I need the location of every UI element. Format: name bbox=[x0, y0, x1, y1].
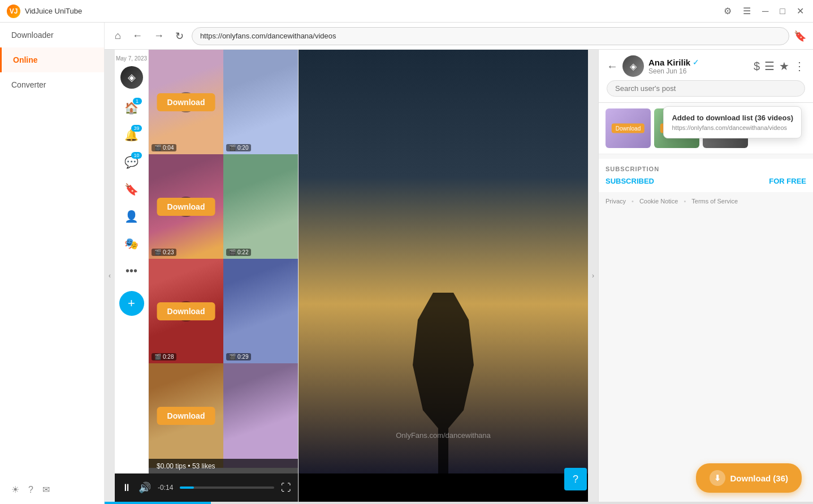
profile-row: ← ◈ Ana Kirilik ✓ Seen Jun 16 $ ☰ ★ bbox=[607, 55, 805, 77]
video-grid-area: ▶ Download 🎬0:04 bbox=[149, 50, 298, 473]
play-pause-button[interactable]: ⏸ bbox=[122, 482, 132, 494]
video-controls: ⏸ 🔊 -0:14 ⛶ bbox=[115, 473, 298, 502]
video-player-area: OnlyFans.com/dancewithana bbox=[299, 50, 588, 502]
forward-button[interactable]: → bbox=[150, 28, 167, 44]
nav-bell-icon[interactable]: 🔔 39 bbox=[119, 123, 144, 147]
minimize-button[interactable]: ─ bbox=[760, 4, 771, 19]
star-button[interactable]: ★ bbox=[779, 59, 789, 73]
nav-profile-icon[interactable]: 👤 bbox=[119, 204, 144, 229]
volume-button[interactable]: 🔊 bbox=[139, 481, 151, 494]
big-download-label: Download (36) bbox=[730, 473, 788, 483]
cookie-link[interactable]: Cookie Notice bbox=[639, 198, 678, 205]
feedback-button[interactable]: ✉ bbox=[42, 484, 50, 495]
video-grid: ▶ Download 🎬0:04 bbox=[149, 50, 298, 468]
video-cell-7[interactable]: Download bbox=[149, 363, 223, 468]
big-download-button[interactable]: ⬇ Download (36) bbox=[696, 463, 802, 493]
title-bar-left: VJ VidJuice UniTube bbox=[7, 5, 82, 18]
video-thumb-3: ▶ Download 🎬0:23 bbox=[149, 154, 223, 259]
sidebar-item-downloader[interactable]: Downloader bbox=[0, 23, 104, 47]
thumb-item-1[interactable]: Download bbox=[606, 108, 651, 148]
dot-sep-2: • bbox=[684, 198, 686, 205]
expand-arrow-right[interactable]: › bbox=[588, 50, 598, 502]
video-cell-5[interactable]: ▶ Download 🎬0:28 bbox=[149, 259, 223, 363]
nav-bookmark-icon[interactable]: 🔖 bbox=[119, 177, 144, 202]
video-thumb-5: ▶ Download 🎬0:28 bbox=[149, 259, 223, 363]
bookmark-button[interactable]: 🔖 bbox=[794, 30, 806, 42]
search-input[interactable] bbox=[607, 80, 805, 97]
more-button[interactable]: ⋮ bbox=[794, 59, 805, 73]
progress-fill bbox=[180, 486, 194, 489]
duration-badge-6: 🎬0:29 bbox=[226, 353, 251, 360]
maximize-button[interactable]: □ bbox=[777, 4, 788, 19]
sidebar-nav: Downloader Online Converter bbox=[0, 23, 104, 97]
list-button[interactable]: ☰ bbox=[764, 59, 775, 73]
browser-status-bar bbox=[105, 502, 813, 504]
title-bar-right: ⚙ ☰ ─ □ ✕ bbox=[721, 3, 806, 19]
settings-button[interactable]: ⚙ bbox=[721, 3, 734, 19]
collapse-arrow-left[interactable]: ‹ bbox=[105, 50, 115, 502]
thumb-download-button-1[interactable]: Download bbox=[612, 124, 645, 133]
url-bar[interactable] bbox=[192, 27, 789, 45]
free-label: FOR FREE bbox=[769, 177, 806, 185]
video-cell-6[interactable]: 🎬0:29 bbox=[223, 259, 298, 363]
help-button[interactable]: ? bbox=[28, 484, 33, 495]
video-thumb-4: 🎬0:22 bbox=[223, 154, 298, 259]
back-nav-button[interactable]: ← bbox=[607, 60, 618, 73]
sidebar-item-online[interactable]: Online bbox=[0, 47, 104, 72]
nav-more-icon[interactable]: ••• bbox=[119, 258, 144, 283]
video-cell-8[interactable] bbox=[223, 363, 298, 468]
nav-camera-icon[interactable]: 🎭 bbox=[119, 231, 144, 256]
back-button[interactable]: ← bbox=[129, 28, 146, 44]
app-title: VidJuice UniTube bbox=[25, 7, 82, 15]
fullscreen-button[interactable]: ⛶ bbox=[281, 482, 291, 494]
date-display: May 7, 2023 bbox=[116, 55, 147, 62]
video-cell-3[interactable]: ▶ Download 🎬0:23 bbox=[149, 154, 223, 259]
video-cell-2[interactable]: 🎬0:20 bbox=[223, 50, 298, 154]
video-cell-1[interactable]: ▶ Download 🎬0:04 bbox=[149, 50, 223, 154]
privacy-link[interactable]: Privacy bbox=[606, 198, 626, 205]
sidebar-item-converter[interactable]: Converter bbox=[0, 72, 104, 97]
duration-badge-5: 🎬0:28 bbox=[152, 353, 176, 360]
add-button[interactable]: + bbox=[119, 291, 144, 316]
download-button-3[interactable]: Download bbox=[157, 198, 215, 216]
download-icon-circle: ⬇ bbox=[710, 470, 725, 486]
of-content-row: May 7, 2023 ◈ 🏠 1 🔔 39 bbox=[115, 50, 298, 473]
duration-badge-3: 🎬0:23 bbox=[152, 249, 176, 256]
seen-text: Seen Jun 16 bbox=[648, 67, 699, 75]
theme-button[interactable]: ☀ bbox=[11, 484, 19, 495]
desc-section: SUBSCRIPTION SUBSCRIBED FOR FREE bbox=[599, 159, 813, 192]
of-right-panel: Added to download list (36 videos) https… bbox=[598, 50, 813, 502]
download-button-7[interactable]: Download bbox=[157, 407, 215, 425]
progress-bar[interactable] bbox=[180, 486, 274, 489]
user-avatar: ◈ bbox=[120, 66, 143, 89]
close-button[interactable]: ✕ bbox=[794, 3, 806, 19]
profile-avatar: ◈ bbox=[622, 55, 644, 77]
home-badge: 1 bbox=[133, 98, 142, 105]
video-cell-4[interactable]: 🎬0:22 bbox=[223, 154, 298, 259]
dollar-button[interactable]: $ bbox=[754, 60, 760, 73]
refresh-button[interactable]: ↻ bbox=[172, 28, 187, 45]
dot-sep-1: • bbox=[632, 198, 634, 205]
browser-toolbar: ⌂ ← → ↻ 🔖 bbox=[105, 23, 813, 50]
profile-name: Ana Kirilik bbox=[648, 58, 690, 67]
download-arrow-icon: ⬇ bbox=[714, 473, 721, 483]
terms-link[interactable]: Terms of Service bbox=[691, 198, 738, 205]
home-button[interactable]: ⌂ bbox=[111, 28, 124, 44]
verified-icon: ✓ bbox=[693, 58, 699, 67]
watermark: OnlyFans.com/dancewithana bbox=[396, 431, 491, 440]
download-button-5[interactable]: Download bbox=[157, 302, 215, 320]
silhouette bbox=[392, 293, 494, 473]
nav-home-icon[interactable]: 🏠 1 bbox=[119, 95, 144, 120]
download-button-1[interactable]: Download bbox=[157, 93, 215, 111]
video-thumb-8 bbox=[223, 363, 298, 468]
video-thumb-7: Download bbox=[149, 363, 223, 468]
nav-chat-icon[interactable]: 💬 10 bbox=[119, 150, 144, 175]
of-nav: May 7, 2023 ◈ 🏠 1 🔔 39 bbox=[115, 50, 149, 473]
video-background: OnlyFans.com/dancewithana bbox=[299, 50, 588, 473]
tooltip-title: Added to download list (36 videos) bbox=[672, 114, 793, 122]
profile-info: Ana Kirilik ✓ Seen Jun 16 bbox=[648, 58, 699, 75]
menu-button[interactable]: ☰ bbox=[741, 3, 753, 19]
title-bar: VJ VidJuice UniTube ⚙ ☰ ─ □ ✕ bbox=[0, 0, 813, 23]
search-row bbox=[607, 80, 805, 97]
time-display: -0:14 bbox=[158, 484, 173, 492]
